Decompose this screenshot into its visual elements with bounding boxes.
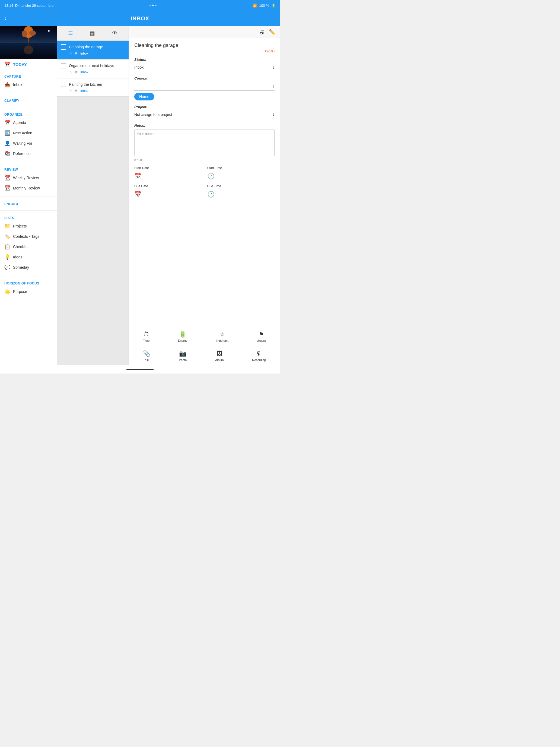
detail-panel: 🖨 ✏️ Cleaning the garage 19/100 Status: … [129, 26, 280, 365]
photo-action[interactable]: 📷 Photo [176, 349, 190, 363]
sidebar-item-references[interactable]: 📚 References [0, 149, 57, 159]
grid-view-icon[interactable]: ▦ [88, 29, 97, 37]
important-label: Important [216, 339, 229, 342]
middle-toolbar: ☰ ▦ 👁 [57, 26, 129, 41]
bottom-actions-1: ⏱ Time 🔋 Energy ☆ Important ⚑ Urgent [129, 327, 280, 346]
urgent-action[interactable]: ⚑ Urgent [254, 329, 269, 344]
capture-label: CAPTURE [0, 73, 57, 80]
sidebar-section-clarify: CLARIFY [0, 95, 57, 106]
start-date-icon[interactable]: 📅 [134, 172, 202, 181]
wifi-icon: 📶 [252, 3, 257, 8]
sidebar-item-waiting-for[interactable]: 👤 Waiting For [0, 138, 57, 149]
time-label: Time [143, 339, 150, 342]
svg-point-2 [48, 30, 50, 32]
task-star-icon[interactable]: ☆ [69, 51, 73, 56]
sidebar-item-checklist[interactable]: 📋 Checklist [0, 241, 57, 252]
task-inbox-badge: Inbox [80, 52, 88, 55]
edit-icon[interactable]: ✏️ [269, 29, 276, 35]
notes-label: Notes: [134, 124, 274, 128]
today-icon: 📅 [4, 61, 10, 67]
sidebar-item-inbox[interactable]: 📥 Inbox [0, 80, 57, 90]
inbox-icon: 📥 [4, 82, 10, 88]
sidebar-item-weekly-review[interactable]: 📆 Weekly Review [0, 173, 57, 183]
detail-task-title: Cleaning the garage [134, 43, 274, 48]
sidebar-item-next-action[interactable]: ➡️ Next Action [0, 128, 57, 138]
sidebar-item-monthly-review[interactable]: 📆 Monthly Review [0, 183, 57, 193]
back-button[interactable]: ‹ [4, 15, 6, 22]
time-icon: ⏱ [143, 331, 149, 338]
list-view-icon[interactable]: ☰ [66, 29, 75, 37]
energy-icon: 🔋 [179, 331, 186, 338]
sidebar-item-agenda[interactable]: 📅 Agenda [0, 118, 57, 128]
context-dropdown[interactable]: ↓ [134, 81, 274, 91]
task-checkbox[interactable] [61, 82, 66, 87]
recording-icon: 🎙 [256, 350, 262, 357]
status-bar: 13:14 Dimanche 29 septembre 📶 100 % 🔋 [0, 0, 280, 11]
print-icon[interactable]: 🖨 [259, 29, 265, 35]
due-time-field: Due Time 🕐 [207, 184, 275, 199]
project-dropdown[interactable]: Not assign to a project ↓ [134, 110, 274, 119]
pdf-icon: 📎 [143, 350, 150, 357]
important-icon: ☆ [219, 331, 225, 338]
status-label: Status: [134, 57, 274, 61]
task-checkbox[interactable] [61, 63, 66, 69]
battery-icon: 🔋 [271, 3, 276, 8]
sidebar-section-lists: LISTS 📁 Projects 🏷️ Contexts - Tags 📋 Ch… [0, 212, 57, 275]
context-tag-home[interactable]: Home [134, 93, 154, 100]
energy-action[interactable]: 🔋 Energy [175, 329, 191, 344]
preview-icon[interactable]: 👁 [110, 29, 119, 37]
status-right: 📶 100 % 🔋 [252, 3, 276, 8]
sidebar-item-someday[interactable]: 💬 Someday [0, 262, 57, 273]
important-action[interactable]: ☆ Important [213, 329, 232, 344]
task-checkbox[interactable] [61, 44, 66, 50]
bottom-actions-2: 📎 PDF 📷 Photo 🖼 Album 🎙 Recording [129, 346, 280, 365]
status-dots [150, 5, 157, 6]
recording-action[interactable]: 🎙 Recording [249, 349, 269, 363]
task-flag-icon[interactable]: ⚑ [75, 51, 78, 56]
task-item[interactable]: Cleaning the garage ☆ ⚑ Inbox [57, 41, 129, 59]
header-title: INBOX [131, 16, 149, 22]
recording-label: Recording [252, 358, 266, 362]
start-time-icon[interactable]: 🕐 [207, 172, 275, 181]
lists-label: LISTS [0, 214, 57, 221]
album-icon: 🖼 [216, 350, 222, 357]
task-list: Cleaning the garage ☆ ⚑ Inbox Organise o… [57, 41, 129, 365]
due-time-icon[interactable]: 🕐 [207, 190, 275, 199]
due-date-icon[interactable]: 📅 [134, 190, 202, 199]
sidebar-item-today[interactable]: 📅 TODAY [0, 59, 57, 70]
due-date-field: Due Date 📅 [134, 184, 202, 199]
sidebar-item-projects[interactable]: 📁 Projects [0, 221, 57, 231]
projects-icon: 📁 [4, 223, 10, 229]
task-flag-icon[interactable]: ⚑ [75, 70, 78, 74]
urgent-icon: ⚑ [259, 331, 264, 338]
context-label: Context: [134, 76, 274, 80]
sidebar-section-capture: CAPTURE 📥 Inbox [0, 70, 57, 92]
project-field: Project: Not assign to a project ↓ [134, 105, 274, 119]
notes-input[interactable] [134, 129, 274, 156]
task-item[interactable]: Painting the kitchen ☆ ⚑ Inbox [57, 78, 129, 97]
detail-char-count: 19/100 [134, 49, 274, 53]
task-flag-icon[interactable]: ⚑ [75, 89, 78, 93]
status-dropdown[interactable]: Inbox ↓ [134, 63, 274, 72]
task-title: Painting the kitchen [69, 82, 125, 86]
task-star-icon[interactable]: ☆ [69, 89, 73, 93]
clarify-label: CLARIFY [0, 97, 57, 104]
weekly-review-icon: 📆 [4, 175, 10, 181]
sidebar-section-review: REVIEW 📆 Weekly Review 📆 Monthly Review [0, 163, 57, 196]
start-date-label: Start Date [134, 166, 202, 170]
horizon-label: HORIZON OF FOCUS [0, 279, 57, 286]
pdf-action[interactable]: 📎 PDF [140, 349, 154, 363]
context-field: Context: ↓ Home [134, 76, 274, 100]
detail-toolbar: 🖨 ✏️ [129, 26, 280, 38]
sidebar-item-purpose[interactable]: 🌟 Purpose [0, 286, 57, 297]
task-title: Organise our next holidays [69, 63, 125, 68]
sidebar-item-contexts-tags[interactable]: 🏷️ Contexts - Tags [0, 231, 57, 241]
time-action[interactable]: ⏱ Time [140, 329, 153, 344]
review-label: REVIEW [0, 165, 57, 173]
album-action[interactable]: 🖼 Album [212, 349, 227, 363]
start-time-label: Start Time [207, 166, 275, 170]
task-star-icon[interactable]: ☆ [69, 70, 73, 74]
task-item[interactable]: Organise our next holidays ☆ ⚑ Inbox [57, 60, 129, 78]
battery-label: 100 % [259, 3, 269, 8]
sidebar-item-ideas[interactable]: 💡 Ideas [0, 252, 57, 262]
